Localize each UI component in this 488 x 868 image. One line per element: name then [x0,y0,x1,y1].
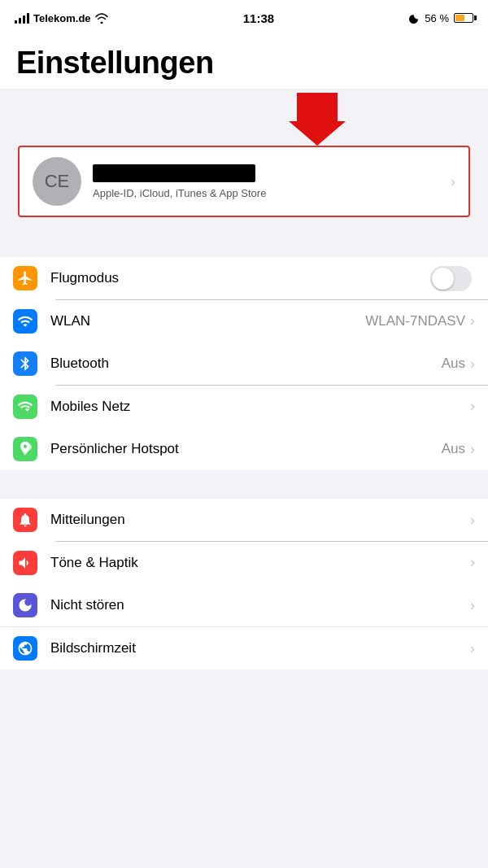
mitteilungen-label: Mitteilungen [50,512,470,528]
partial-row[interactable]: Bildschirmzeit › [0,627,488,670]
group-separator-1 [0,229,488,257]
profile-info: Apple-ID, iCloud, iTunes & App Store [93,164,444,199]
wlan-icon [13,309,37,334]
mobiles-netz-row[interactable]: Mobiles Netz › [0,386,488,428]
toene-haptik-label: Töne & Haptik [50,555,470,571]
bluetooth-row[interactable]: Bluetooth Aus › [0,342,488,385]
hotspot-label: Persönlicher Hotspot [50,441,442,457]
arrow-container [0,89,488,146]
profile-row[interactable]: CE Apple-ID, iCloud, iTunes & App Store … [18,146,470,217]
battery-percent: 56 % [425,12,449,24]
bluetooth-chevron-icon: › [470,355,475,373]
mitteilungen-icon [13,508,37,532]
status-time: 11:38 [243,11,274,25]
mitteilungen-chevron-icon: › [470,512,475,529]
avatar: CE [33,157,81,206]
partial-chevron-icon: › [470,640,475,657]
hotspot-value: Aus [442,441,465,457]
mobiles-netz-chevron-icon: › [470,398,475,415]
toene-haptik-icon [13,551,37,575]
hotspot-icon [13,437,37,461]
notifications-section: Mitteilungen › Töne & Haptik › Nicht stö… [0,499,488,626]
svg-marker-0 [289,93,346,146]
mitteilungen-row[interactable]: Mitteilungen › [0,499,488,541]
bluetooth-value: Aus [442,355,465,372]
bluetooth-label: Bluetooth [50,355,442,372]
carrier-label: Telekom.de [33,12,91,24]
partial-bottom-section: Bildschirmzeit › [0,626,488,670]
profile-chevron-icon: › [451,173,455,190]
signal-icon [15,12,29,24]
nicht-stoeren-icon [13,593,37,617]
wifi-status-icon [95,13,108,24]
status-bar: Telekom.de 11:38 56 % [0,0,488,36]
flugmodus-toggle[interactable] [430,266,472,291]
mobiles-netz-label: Mobiles Netz [50,399,470,415]
page-title: Einstellungen [16,46,472,81]
partial-icon [13,636,37,661]
page-header: Einstellungen [0,36,488,89]
wlan-value: WLAN-7NDASV [365,313,465,329]
group-separator-2 [0,470,488,499]
status-right: 56 % [409,12,473,24]
hotspot-row[interactable]: Persönlicher Hotspot Aus › [0,428,488,470]
flugmodus-icon [13,266,37,290]
wlan-chevron-icon: › [470,312,475,329]
partial-label: Bildschirmzeit [50,640,470,656]
battery-icon [454,13,473,23]
nicht-stoeren-chevron-icon: › [470,597,475,614]
moon-status-icon [409,13,420,24]
toene-haptik-chevron-icon: › [470,554,475,571]
wlan-row[interactable]: WLAN WLAN-7NDASV › [0,300,488,342]
profile-subtitle: Apple-ID, iCloud, iTunes & App Store [93,187,444,199]
nicht-stoeren-label: Nicht stören [50,597,470,613]
nicht-stoeren-row[interactable]: Nicht stören › [0,584,488,626]
mobiles-netz-icon [13,395,37,419]
red-arrow-icon [289,93,346,146]
status-left: Telekom.de [15,12,108,24]
toene-haptik-row[interactable]: Töne & Haptik › [0,542,488,584]
connectivity-section: Flugmodus WLAN WLAN-7NDASV › Bluetooth A… [0,257,488,470]
profile-name-redacted [93,164,255,182]
flugmodus-label: Flugmodus [50,270,430,286]
wlan-label: WLAN [50,313,365,329]
bluetooth-icon [13,351,37,376]
hotspot-chevron-icon: › [470,441,475,458]
flugmodus-row[interactable]: Flugmodus [0,257,488,299]
